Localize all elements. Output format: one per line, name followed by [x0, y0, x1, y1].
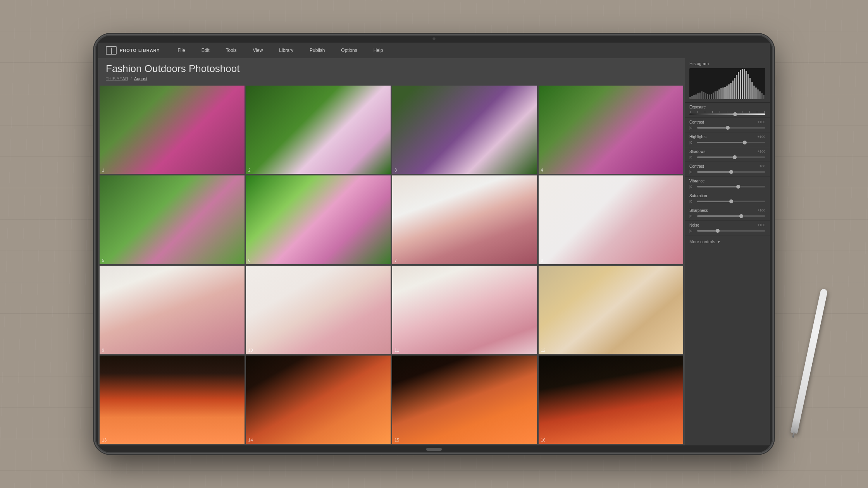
- photo-cell-16[interactable]: 16: [539, 356, 684, 444]
- svg-rect-35: [757, 89, 759, 99]
- svg-rect-1: [691, 96, 693, 99]
- photo-num-7: 7: [394, 258, 397, 263]
- photo-cell-13[interactable]: 13: [100, 356, 245, 444]
- svg-rect-36: [759, 91, 761, 99]
- saturation-value: |0: [689, 199, 696, 203]
- photo-cell-14[interactable]: 14: [246, 356, 391, 444]
- svg-rect-13: [715, 91, 716, 99]
- photo-cell-4[interactable]: 4: [539, 86, 684, 174]
- exposure-label: Exposure: [689, 105, 706, 109]
- photo-num-16: 16: [541, 438, 546, 442]
- photo-num-15: 15: [394, 438, 399, 442]
- photo-cell-12[interactable]: 12: [539, 266, 684, 354]
- svg-rect-20: [728, 84, 730, 99]
- app-logo: PHOTO LIBRARY: [106, 46, 160, 55]
- contrast1-slider-thumb[interactable]: [726, 126, 730, 130]
- breadcrumb-sep-1: /: [131, 76, 132, 81]
- sharpness-slider-track[interactable]: [697, 215, 765, 217]
- shadows-slider-thumb[interactable]: [733, 155, 737, 159]
- noise-slider-container: |0: [689, 229, 765, 233]
- breadcrumb-august[interactable]: August: [134, 76, 147, 81]
- vibrance-slider-container: |0: [689, 185, 765, 189]
- tablet-wrapper: PHOTO LIBRARY File Edit Tools View Libra…: [66, 19, 802, 469]
- saturation-slider-container: |0: [689, 199, 765, 203]
- photo-num-11: 11: [394, 348, 399, 352]
- contrast1-max: +100: [758, 120, 765, 124]
- exposure-slider-container: [689, 113, 765, 115]
- more-controls-label: More controls: [689, 239, 715, 244]
- photo-cell-11[interactable]: 11: [392, 266, 537, 354]
- saturation-slider-track[interactable]: [697, 201, 765, 202]
- more-controls-button[interactable]: More controls ▼: [685, 235, 770, 248]
- svg-rect-10: [709, 95, 710, 99]
- histogram-canvas: [689, 68, 765, 99]
- noise-slider-thumb[interactable]: [716, 229, 720, 233]
- contrast2-slider-thumb[interactable]: [729, 170, 733, 174]
- noise-max: +100: [758, 223, 765, 227]
- svg-rect-28: [744, 69, 745, 99]
- exposure-control: Exposure: [685, 103, 770, 118]
- menu-options[interactable]: Options: [339, 46, 359, 55]
- svg-rect-4: [697, 93, 699, 99]
- menu-tools[interactable]: Tools: [223, 46, 239, 55]
- photo-cell-2[interactable]: 2: [246, 86, 391, 174]
- photo-cell-15[interactable]: 15: [392, 356, 537, 444]
- photo-cell-1[interactable]: 1: [100, 86, 245, 174]
- sharpness-value: |0: [689, 214, 696, 218]
- menu-file[interactable]: File: [175, 46, 187, 55]
- svg-rect-15: [718, 89, 720, 99]
- menu-library[interactable]: Library: [277, 46, 296, 55]
- page-title: Fashion Outdoors Photoshoot: [106, 63, 677, 75]
- menu-publish[interactable]: Publish: [307, 46, 327, 55]
- sharpness-slider-thumb[interactable]: [739, 214, 743, 218]
- highlights-slider-container: |0: [689, 141, 765, 144]
- svg-rect-5: [699, 93, 701, 99]
- photo-num-12: 12: [541, 348, 546, 352]
- contrast2-slider-container: |0: [689, 170, 765, 174]
- vibrance-slider-thumb[interactable]: [736, 185, 740, 189]
- svg-rect-11: [711, 94, 712, 99]
- photo-cell-8[interactable]: 8: [539, 175, 684, 264]
- svg-rect-0: [689, 97, 691, 99]
- noise-slider-track[interactable]: [697, 230, 765, 232]
- svg-rect-19: [726, 86, 728, 99]
- contrast1-label: Contrast: [689, 120, 704, 124]
- photo-cell-7[interactable]: 7: [392, 175, 537, 264]
- photo-cell-9[interactable]: 9: [100, 266, 245, 354]
- photo-num-4: 4: [541, 168, 543, 172]
- photo-num-5: 5: [102, 258, 104, 263]
- menu-view[interactable]: View: [251, 46, 265, 55]
- contrast2-control: Contrast 100 |0: [685, 162, 770, 177]
- home-button[interactable]: [426, 448, 442, 451]
- saturation-label: Saturation: [689, 194, 707, 198]
- contrast2-slider-track[interactable]: [697, 171, 765, 173]
- exposure-slider-track[interactable]: [689, 113, 765, 115]
- saturation-slider-thumb[interactable]: [729, 199, 733, 203]
- saturation-control: Saturation |0: [685, 191, 770, 206]
- shadows-control: Shadows +100 |0: [685, 147, 770, 162]
- vibrance-slider-track[interactable]: [697, 186, 765, 187]
- exposure-slider-thumb[interactable]: [733, 112, 737, 116]
- photo-cell-10[interactable]: 10: [246, 266, 391, 354]
- contrast1-control: Contrast +100 |0: [685, 118, 770, 132]
- shadows-slider-container: |0: [689, 155, 765, 159]
- sharpness-label: Sharpness: [689, 208, 708, 213]
- shadows-slider-track[interactable]: [697, 156, 765, 158]
- noise-control: Noise +100 |0: [685, 221, 770, 235]
- contrast2-max: 100: [760, 164, 765, 168]
- menu-help[interactable]: Help: [371, 46, 386, 55]
- highlights-slider-track[interactable]: [697, 142, 765, 143]
- photo-cell-3[interactable]: 3: [392, 86, 537, 174]
- highlights-slider-thumb[interactable]: [743, 141, 747, 144]
- vibrance-label: Vibrance: [689, 179, 704, 183]
- sharpness-control: Sharpness +100 |0: [685, 206, 770, 221]
- photo-num-8: 8: [541, 258, 543, 263]
- menu-edit[interactable]: Edit: [199, 46, 212, 55]
- photo-cell-5[interactable]: 5: [100, 175, 245, 264]
- photo-cell-6[interactable]: 6: [246, 175, 391, 264]
- breadcrumb-this-year[interactable]: THIS YEAR: [106, 76, 128, 81]
- menu-bar: PHOTO LIBRARY File Edit Tools View Libra…: [98, 43, 770, 58]
- contrast1-slider-track[interactable]: [697, 127, 765, 129]
- svg-rect-23: [734, 78, 735, 99]
- histogram-title: Histogram: [689, 61, 765, 66]
